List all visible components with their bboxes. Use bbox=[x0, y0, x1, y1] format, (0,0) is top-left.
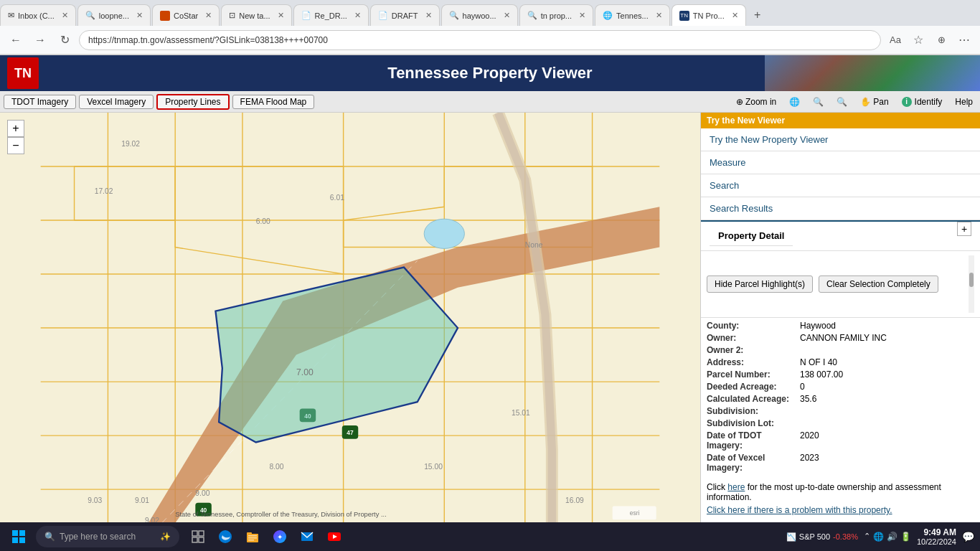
tab-redr[interactable]: 📄 Re_DR... ✕ bbox=[293, 4, 369, 26]
zoom-in-button[interactable]: ⊕ Zoom in bbox=[732, 95, 780, 108]
tab-close-draft[interactable]: ✕ bbox=[425, 11, 432, 20]
taskbar-search[interactable]: 🔍 Type here to search ✨ bbox=[36, 526, 179, 547]
nav-new-viewer[interactable]: Try the New Property Viewer bbox=[701, 128, 980, 151]
zoom-extent-btn[interactable]: 🔍 bbox=[833, 95, 851, 108]
tab-favicon-tennes: 🌐 bbox=[603, 11, 613, 20]
taskview-button[interactable] bbox=[187, 525, 209, 548]
address-bar[interactable] bbox=[79, 30, 881, 50]
zoom-in-map-button[interactable]: + bbox=[7, 120, 24, 137]
svg-rect-47 bbox=[12, 537, 18, 543]
tab-close-loopnet[interactable]: ✕ bbox=[136, 11, 143, 20]
files-taskbar-button[interactable] bbox=[241, 525, 264, 548]
svg-rect-51 bbox=[192, 537, 197, 542]
notifications-icon[interactable]: 💬 bbox=[962, 531, 974, 542]
detail-actions: Hide Parcel Highlight(s) Clear Selection… bbox=[701, 251, 980, 318]
svg-point-27 bbox=[424, 219, 464, 248]
tab-inbox[interactable]: ✉ Inbox (C... ✕ bbox=[0, 4, 76, 26]
tab-close-tennes[interactable]: ✕ bbox=[656, 11, 662, 20]
chevron-up-icon[interactable]: ⌃ bbox=[864, 532, 870, 542]
tab-close-tnpro2[interactable]: ✕ bbox=[732, 11, 738, 20]
calculated-row: Calculated Acreage: 35.6 bbox=[707, 394, 974, 404]
nav-search[interactable]: Search bbox=[701, 174, 980, 197]
browser-ext-button[interactable]: ⊕ bbox=[931, 30, 951, 50]
layer-tdot-button[interactable]: TDOT Imagery bbox=[4, 95, 76, 109]
tab-costar[interactable]: CoStar ✕ bbox=[152, 4, 220, 26]
reader-mode-button[interactable]: Aa bbox=[885, 30, 905, 50]
svg-text:✦: ✦ bbox=[277, 533, 283, 541]
tab-draft[interactable]: 📄 DRAFT ✕ bbox=[370, 4, 440, 26]
browser-chrome: ✉ Inbox (C... ✕ 🔍 loopne... ✕ CoStar ✕ ⊡… bbox=[0, 0, 980, 55]
svg-text:9.03: 9.03 bbox=[88, 496, 102, 504]
tab-newtab[interactable]: ⊡ New ta... ✕ bbox=[221, 4, 291, 26]
problem-link[interactable]: Click here if there is a problem with th… bbox=[707, 505, 892, 515]
tab-favicon-redr: 📄 bbox=[301, 11, 311, 20]
copilot-taskbar-button[interactable]: ✦ bbox=[268, 525, 291, 548]
tdot-date-row: Date of TDOT Imagery: 2020 bbox=[707, 430, 974, 451]
tab-close-redr[interactable]: ✕ bbox=[354, 11, 361, 20]
header-image bbox=[765, 55, 980, 91]
collapse-button[interactable]: + bbox=[957, 222, 971, 236]
nav-bar: ← → ↻ Aa ☆ ⊕ ⋯ bbox=[0, 26, 980, 55]
map-toolbar: TDOT Imagery Vexcel Imagery Property Lin… bbox=[0, 91, 980, 113]
layer-vexcel-button[interactable]: Vexcel Imagery bbox=[79, 95, 154, 109]
new-viewer-button[interactable]: Try the New Viewer bbox=[701, 113, 980, 128]
tab-favicon-inbox: ✉ bbox=[8, 11, 14, 20]
globe-icon-btn[interactable]: 🌐 bbox=[786, 95, 804, 108]
zoom-extent-icon: 🔍 bbox=[837, 97, 847, 107]
clock[interactable]: 9:49 AM 10/22/2024 bbox=[917, 527, 956, 546]
zoom-icon-btn[interactable]: 🔍 bbox=[809, 95, 827, 108]
header-decoration bbox=[765, 55, 980, 91]
svg-rect-52 bbox=[199, 537, 204, 542]
edge-icon bbox=[218, 529, 232, 544]
tab-loopnet[interactable]: 🔍 loopne... ✕ bbox=[77, 4, 151, 26]
main-content: 40 47 40 19.02 17.02 6.01 6.00 None 7.00 bbox=[0, 113, 980, 523]
tab-haywoo[interactable]: 🔍 haywoo... ✕ bbox=[441, 4, 518, 26]
tab-tennes[interactable]: 🌐 Tennes... ✕ bbox=[595, 4, 670, 26]
mail-taskbar-button[interactable] bbox=[296, 525, 319, 548]
taskbar: 🔍 Type here to search ✨ bbox=[0, 522, 980, 551]
settings-button[interactable]: ⋯ bbox=[954, 30, 974, 50]
svg-rect-56 bbox=[248, 535, 257, 537]
zoom-out-map-button[interactable]: − bbox=[7, 137, 24, 154]
nav-measure[interactable]: Measure bbox=[701, 151, 980, 174]
svg-rect-49 bbox=[192, 531, 197, 536]
battery-icon[interactable]: 🔋 bbox=[900, 532, 911, 542]
tab-tnprop[interactable]: 🔍 tn prop... ✕ bbox=[519, 4, 593, 26]
forward-button[interactable]: → bbox=[30, 30, 50, 50]
edge-taskbar-button[interactable] bbox=[214, 525, 237, 548]
help-button[interactable]: Help bbox=[951, 95, 976, 108]
new-tab-button[interactable]: + bbox=[748, 5, 768, 25]
owner-row: Owner: CANNON FAMILY INC bbox=[707, 333, 974, 343]
tab-close-tnprop[interactable]: ✕ bbox=[579, 11, 585, 20]
nav-icons: Aa ☆ ⊕ ⋯ bbox=[885, 30, 974, 50]
clock-date: 10/22/2024 bbox=[917, 537, 956, 546]
network-icon[interactable]: 🌐 bbox=[873, 532, 884, 542]
parcel-row: Parcel Number: 138 007.00 bbox=[707, 369, 974, 380]
clear-selection-button[interactable]: Clear Selection Completely bbox=[819, 276, 938, 293]
back-button[interactable]: ← bbox=[6, 30, 26, 50]
nav-search-results[interactable]: Search Results bbox=[701, 197, 980, 220]
pan-button[interactable]: ✋ Pan bbox=[857, 95, 892, 108]
hide-highlight-button[interactable]: Hide Parcel Highlight(s) bbox=[707, 276, 813, 293]
layer-fema-button[interactable]: FEMA Flood Map bbox=[232, 95, 315, 109]
tab-close-inbox[interactable]: ✕ bbox=[62, 11, 68, 20]
identify-button[interactable]: i Identify bbox=[898, 95, 946, 108]
layer-proplines-button[interactable]: Property Lines bbox=[156, 94, 229, 110]
reload-button[interactable]: ↻ bbox=[55, 30, 75, 50]
favorites-button[interactable]: ☆ bbox=[908, 30, 928, 50]
address-row: Address: N OF I 40 bbox=[707, 357, 974, 367]
system-tray: 📉 S&P 500 -0.38% ⌃ 🌐 🔊 🔋 9:49 AM 10/22/2… bbox=[786, 527, 974, 546]
tab-tnpro2[interactable]: TN TN Pro... ✕ bbox=[672, 4, 746, 26]
panel-scroll-area[interactable]: County: Haywood Owner: CANNON FAMILY INC… bbox=[701, 318, 980, 523]
ownership-link[interactable]: here bbox=[727, 482, 745, 492]
tab-close-costar[interactable]: ✕ bbox=[205, 11, 212, 20]
svg-text:16.09: 16.09 bbox=[565, 496, 584, 504]
volume-icon[interactable]: 🔊 bbox=[887, 532, 897, 542]
tab-close-haywoo[interactable]: ✕ bbox=[504, 11, 510, 20]
map-area[interactable]: 40 47 40 19.02 17.02 6.01 6.00 None 7.00 bbox=[0, 113, 700, 523]
stock-label: S&P 500 bbox=[799, 532, 830, 541]
start-button[interactable] bbox=[6, 526, 32, 547]
youtube-taskbar-button[interactable] bbox=[323, 525, 346, 548]
tab-close-newtab[interactable]: ✕ bbox=[278, 11, 284, 20]
stock-change: -0.38% bbox=[833, 532, 858, 541]
